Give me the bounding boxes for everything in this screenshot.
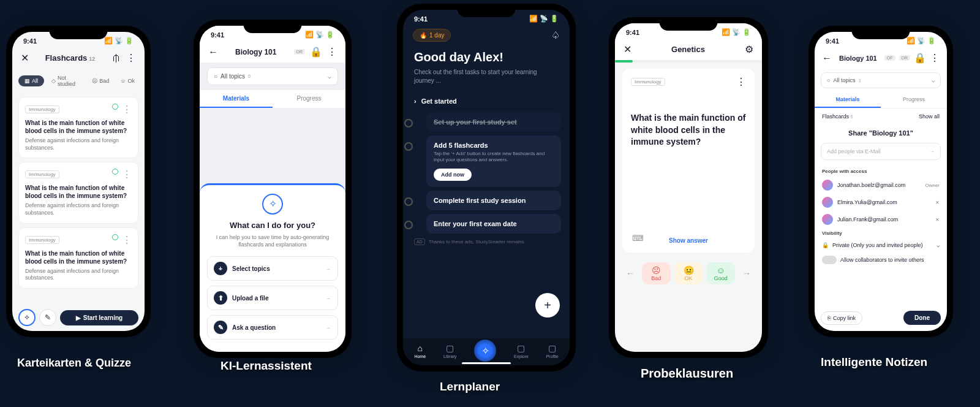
nav-explore[interactable]: ▢Explore: [514, 343, 529, 362]
topic-dropdown[interactable]: ○ All topics 0 ⌵: [207, 67, 338, 85]
explore-icon: ▢: [514, 343, 529, 353]
person-row: Julian.Frank@gmail.com✕: [815, 211, 947, 228]
tab-materials[interactable]: Materials: [815, 92, 881, 108]
copy-link-button[interactable]: ⎘Copy link: [821, 311, 862, 325]
remove-icon[interactable]: ✕: [935, 217, 940, 223]
flashcards-label: Flashcards 5: [822, 113, 853, 120]
pencil-icon: ✎: [214, 321, 227, 334]
next-icon[interactable]: →: [739, 265, 755, 281]
more-icon[interactable]: ⋮: [736, 76, 746, 88]
task-ring-icon: [404, 142, 413, 151]
ai-sheet: ✧ What can I do for you? I can help you …: [200, 183, 345, 352]
card-tag: Immunology: [631, 78, 665, 86]
lock-icon[interactable]: 🔒: [914, 52, 926, 64]
card-question: What is the main function of white blood…: [25, 119, 132, 135]
tab-materials[interactable]: Materials: [200, 90, 273, 108]
task-setup[interactable]: Set up your first study set: [426, 112, 561, 132]
filter-ok[interactable]: ☺ Ok: [116, 75, 138, 86]
caption-ai: KI-Lernassistent: [221, 359, 312, 373]
rate-bad-button[interactable]: ☹Bad: [642, 262, 671, 284]
edit-icon[interactable]: ✎: [39, 309, 56, 326]
lock-icon[interactable]: 🔒: [310, 46, 322, 58]
status-icon: [112, 104, 118, 110]
ai-subtitle: I can help you to save time by auto-gene…: [207, 234, 338, 249]
filter-bad[interactable]: ☹ Bad: [88, 75, 113, 86]
arrow-right-icon: →: [929, 148, 935, 154]
access-label: People with access: [815, 166, 947, 177]
quiz-question: What is the main function of white blood…: [631, 112, 746, 148]
sparkle-icon: ✧: [481, 345, 489, 357]
tab-progress[interactable]: Progress: [881, 92, 947, 108]
flashcard[interactable]: Immunology⋮ What is the main function of…: [18, 227, 138, 289]
sparkle-icon: ✧: [262, 194, 283, 215]
option-select-topics[interactable]: +Select topics→: [207, 256, 338, 281]
email-input[interactable]: Add people via E-Mail→: [821, 143, 941, 160]
topic-dropdown[interactable]: ○ All topics 3⌵: [821, 72, 941, 88]
option-upload-file[interactable]: ⬆Upload a file→: [207, 286, 338, 310]
prev-icon[interactable]: ←: [622, 265, 638, 281]
home-icon: ⌂: [414, 343, 426, 353]
settings-icon[interactable]: ⚙: [745, 44, 753, 55]
bell-icon[interactable]: ♤: [551, 29, 560, 41]
bottom-nav: ⌂Home ▢Library ✧ ▢Explore ▢Profile: [403, 338, 570, 365]
profile-icon: ▢: [546, 343, 559, 353]
phone-flashcards: 9:41 📶 📡 🔋 ✕ Flashcards12 ⫛ ⋮ ▦ All ◇ No…: [6, 26, 151, 337]
flashcard[interactable]: Immunology⋮ What is the main function of…: [18, 162, 138, 223]
filter-not-studied[interactable]: ◇ Not studied: [48, 72, 85, 89]
filter-icon[interactable]: ⫛: [111, 53, 121, 64]
nav-ai[interactable]: ✧: [474, 340, 496, 362]
done-button[interactable]: Done: [903, 311, 941, 325]
caption-exams: Probeklausuren: [641, 367, 733, 381]
rate-good-button[interactable]: ☺Good: [706, 262, 735, 284]
task-study-session[interactable]: Complete first study session: [426, 191, 561, 210]
start-learning-button[interactable]: ▶ Start learning: [60, 310, 138, 325]
phone-exams: 9:41📶 📡 🔋 ✕ Genetics ⚙ Immunology⋮ What …: [609, 17, 768, 358]
lock-icon: 🔒: [822, 242, 829, 248]
fab-add[interactable]: +: [535, 293, 560, 318]
visibility-label: Visibility: [815, 228, 947, 238]
visibility-dropdown[interactable]: 🔒Private (Only you and invited people)⌵: [815, 238, 947, 252]
allow-collab-toggle[interactable]: Allow collaborators to invite others: [815, 252, 947, 268]
close-icon[interactable]: ✕: [21, 52, 29, 64]
of-badge: OF: [884, 55, 895, 61]
nav-home[interactable]: ⌂Home: [414, 343, 426, 362]
more-icon[interactable]: ⋮: [126, 52, 136, 64]
ad-banner: ADThanks to these ads, StudySmarter rema…: [414, 238, 559, 245]
page-title: Biology 101: [223, 48, 289, 56]
filter-all[interactable]: ▦ All: [18, 75, 44, 86]
chevron-right-icon: →: [325, 265, 331, 272]
phone-ai-assistant: 9:41📶 📡 🔋 ← Biology 101 OR 🔒 ⋮ ○ All top…: [194, 20, 352, 358]
chevron-right-icon: ›: [414, 97, 417, 105]
back-icon[interactable]: ←: [208, 47, 218, 58]
status-time: 9:41: [23, 37, 37, 45]
link-icon: ⎘: [827, 315, 831, 321]
option-ask-question[interactable]: ✎Ask a question→: [207, 315, 338, 340]
card-answer: Defense against infections and foreign s…: [25, 137, 132, 151]
more-icon[interactable]: ⋮: [930, 52, 940, 64]
show-all-link[interactable]: Show all: [919, 113, 940, 120]
upload-icon: ⬆: [214, 291, 227, 305]
remove-icon[interactable]: ✕: [935, 200, 940, 205]
tab-progress[interactable]: Progress: [273, 90, 345, 108]
section-get-started[interactable]: ›Get started: [403, 94, 570, 108]
toggle-icon[interactable]: [822, 256, 837, 264]
rate-ok-button[interactable]: 😐OK: [674, 262, 703, 284]
nav-library[interactable]: ▢Library: [443, 343, 456, 362]
nav-profile[interactable]: ▢Profile: [546, 343, 559, 362]
page-title: Genetics: [671, 45, 705, 54]
progress-bar: [615, 60, 762, 63]
streak-badge[interactable]: 🔥 1 day: [413, 29, 451, 42]
add-now-button[interactable]: Add now: [434, 169, 472, 181]
close-icon[interactable]: ✕: [624, 44, 631, 55]
task-add-flashcards[interactable]: Add 5 flashcards Tap the '+ Add' button …: [426, 135, 561, 187]
card-more-icon[interactable]: ⋮: [122, 104, 132, 115]
flashcard[interactable]: Immunology⋮ What is the main function of…: [18, 97, 138, 158]
ai-icon[interactable]: ✧: [18, 309, 36, 326]
back-icon[interactable]: ←: [822, 53, 832, 64]
more-icon[interactable]: ⋮: [327, 46, 337, 58]
person-row: Elmira.Yulia@gmail.com✕: [815, 194, 947, 211]
status-icons: 📶 📡 🔋: [104, 37, 134, 45]
show-answer-button[interactable]: Show answer: [622, 237, 755, 244]
task-exam-date[interactable]: Enter your first exam date: [426, 214, 561, 234]
plus-icon: +: [214, 262, 227, 275]
